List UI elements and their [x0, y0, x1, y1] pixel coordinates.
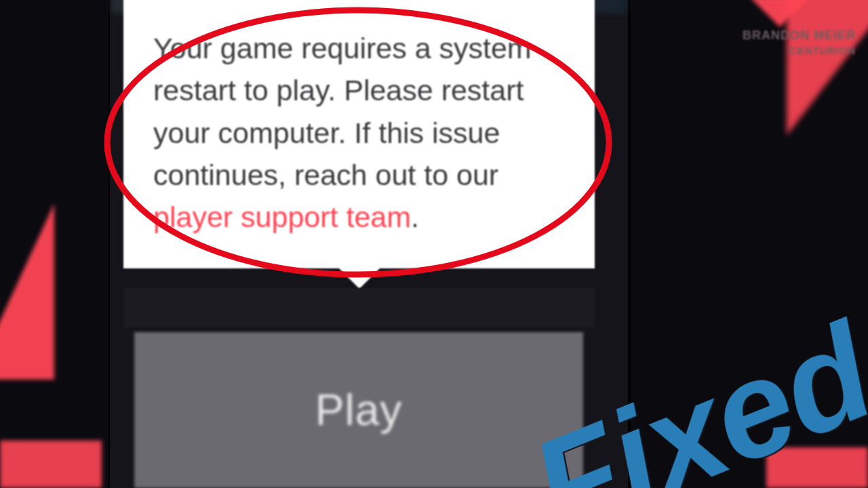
tooltip-body-prefix: Your game requires a system restart to p… — [153, 32, 532, 191]
bg-triangle-left — [0, 203, 54, 380]
play-button-label: Play — [315, 385, 403, 435]
bg-bar-bottom-right — [766, 447, 868, 488]
restart-required-tooltip: Your game requires a system restart to p… — [123, 0, 595, 268]
bg-bar-bottom-left — [0, 441, 102, 488]
launcher-gap — [123, 288, 595, 327]
player-support-link[interactable]: player support team — [153, 201, 411, 233]
tooltip-body-suffix: . — [411, 201, 419, 233]
tooltip-message: Your game requires a system restart to p… — [153, 27, 568, 239]
play-button[interactable]: Play — [134, 332, 583, 488]
bg-triangle-top-right — [749, 0, 810, 27]
player-subtitle-label: CENTURION — [789, 45, 856, 56]
player-name-label: BRANDON MEIER — [743, 28, 856, 43]
